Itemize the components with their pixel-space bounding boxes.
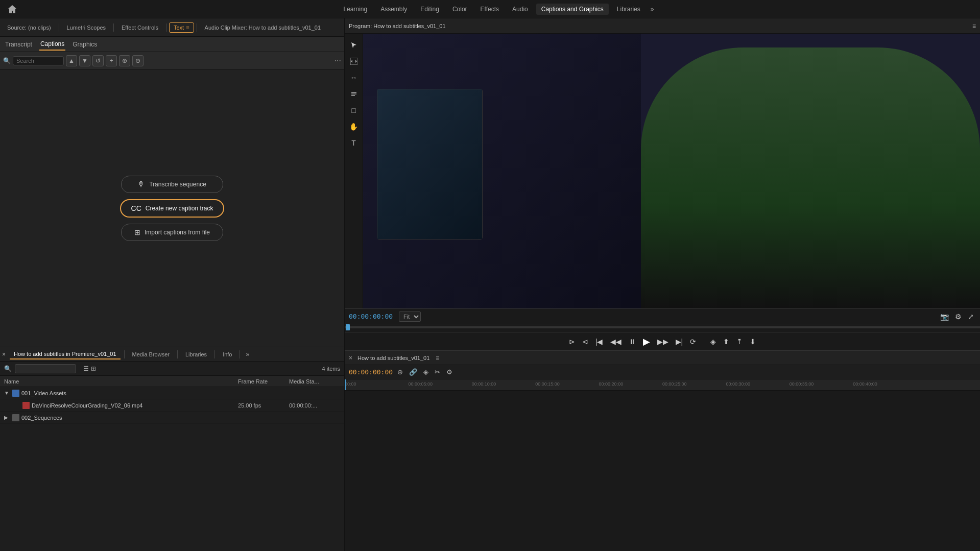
toolbar-add-btn[interactable]: + [106, 55, 117, 66]
project-tab-libraries[interactable]: Libraries [181, 350, 211, 359]
tool-hand[interactable]: ✋ [347, 119, 361, 134]
monitor-menu-icon[interactable]: ≡ [972, 22, 976, 30]
project-tab-media-browser[interactable]: Media Browser [128, 350, 174, 359]
video-screen-inner [377, 89, 482, 239]
tab-audio-clip-mixer[interactable]: Audio Clip Mixer: How to add subtitles_v… [200, 22, 326, 33]
proj-sep-1 [124, 350, 125, 358]
project-columns: Name Frame Rate Media Sta... [0, 376, 344, 387]
timeline-playhead[interactable] [345, 379, 346, 390]
timeline-header: × How to add subtitles_v01_01 ≡ [345, 351, 980, 365]
btn-goto-in[interactable]: |◀ [593, 336, 605, 348]
monitor-timecode[interactable]: 00:00:00:00 [349, 313, 393, 320]
expand-icon-1[interactable]: ▼ [4, 390, 12, 396]
timeline-close-icon[interactable]: × [349, 354, 352, 362]
btn-step-fwd[interactable]: ▶▶ [655, 336, 671, 348]
project-search-icon: 🔍 [4, 365, 12, 372]
tl-btn-magnet[interactable]: ⊕ [396, 367, 404, 377]
sub-tab-transcript[interactable]: Transcript [4, 39, 33, 50]
btn-play[interactable]: ▶ [641, 334, 652, 349]
toolbar-merge-btn[interactable]: ⊖ [132, 55, 144, 66]
fullscreen-icon[interactable]: ⤢ [966, 310, 976, 323]
btn-extract[interactable]: ⤒ [734, 336, 745, 348]
project-tabs-more-icon[interactable]: » [244, 349, 251, 360]
workspace-effects[interactable]: Effects [475, 4, 504, 15]
timeline-timecode[interactable]: 00:00:00:00 [349, 368, 393, 376]
transcribe-label: Transcribe sequence [149, 181, 206, 188]
row-label-video-assets: 001_Video Assets [21, 390, 238, 396]
transcribe-icon: 🎙 [138, 180, 145, 188]
btn-lift[interactable]: ⬆ [721, 336, 731, 348]
project-icon-list[interactable]: ☰ [83, 365, 89, 372]
ruler-mark-5: 00:00:25:00 [662, 381, 687, 387]
project-search-input[interactable] [15, 364, 76, 373]
toolbar-down-btn[interactable]: ▼ [79, 55, 90, 66]
transcribe-sequence-btn[interactable]: 🎙 Transcribe sequence [121, 176, 223, 193]
text-tab-menu-icon[interactable]: ≡ [186, 25, 189, 31]
project-icon-grid[interactable]: ⊞ [91, 365, 96, 372]
col-header-name[interactable]: Name [4, 378, 238, 385]
project-tab-project[interactable]: How to add subtitles in Premiere_v01_01 [10, 349, 121, 360]
project-tab-info[interactable]: Info [219, 350, 236, 359]
btn-mark-in[interactable]: ⊳ [567, 336, 577, 348]
tl-btn-linked[interactable]: 🔗 [408, 367, 419, 377]
tool-rotate[interactable] [347, 87, 361, 101]
tool-select-box[interactable]: □ [347, 103, 361, 117]
project-row-video-file[interactable]: DaVinciResolveColourGrading_V02_06.mp4 2… [0, 399, 344, 412]
settings-icon[interactable]: ⚙ [953, 310, 964, 323]
create-caption-track-btn[interactable]: CC Create new caption track [120, 199, 225, 218]
tool-selection[interactable] [347, 38, 361, 52]
btn-export[interactable]: ⬇ [748, 336, 758, 348]
workspace-more-icon[interactable]: » [649, 4, 656, 15]
ruler-mark-0: 00:00 [345, 381, 356, 387]
import-captions-label: Import captions from file [145, 229, 210, 236]
scrubber-playhead[interactable] [346, 324, 350, 330]
workspace-learning[interactable]: Learning [338, 4, 372, 15]
tool-move[interactable] [347, 54, 361, 68]
folder-icon-sequences [12, 414, 19, 421]
import-captions-btn[interactable]: ⊞ Import captions from file [121, 224, 223, 241]
project-row-sequences[interactable]: ▶ 002_Sequences [0, 412, 344, 424]
monitor-header: Program: How to add subtitles_v01_01 ≡ [345, 18, 980, 34]
expand-icon-3[interactable]: ▶ [4, 415, 12, 420]
toolbar-up-btn[interactable]: ▲ [66, 55, 77, 66]
project-close-icon[interactable]: × [2, 351, 6, 358]
timeline-ruler[interactable]: 00:00 00:00:05:00 00:00:10:00 00:00:15:0… [345, 379, 980, 391]
btn-stop[interactable]: ⏸ [627, 336, 638, 348]
btn-mark-out[interactable]: ⊲ [580, 336, 590, 348]
workspace-editing[interactable]: Editing [415, 4, 444, 15]
sub-tab-captions[interactable]: Captions [39, 38, 65, 51]
toolbar-refresh-btn[interactable]: ↺ [92, 55, 104, 66]
tab-source[interactable]: Source: (no clips) [2, 22, 56, 33]
workspace-assembly[interactable]: Assembly [375, 4, 412, 15]
tab-effect-controls[interactable]: Effect Controls [116, 22, 163, 33]
workspace-audio[interactable]: Audio [507, 4, 533, 15]
tl-btn-settings[interactable]: ⚙ [445, 367, 454, 377]
project-row-video-assets[interactable]: ▼ 001_Video Assets [0, 387, 344, 399]
fit-dropdown[interactable]: Fit [399, 312, 421, 322]
workspace-libraries[interactable]: Libraries [612, 4, 646, 15]
workspace-captions-graphics[interactable]: Captions and Graphics [536, 4, 609, 15]
tool-type[interactable]: T [347, 136, 361, 150]
btn-step-back[interactable]: ◀◀ [608, 336, 624, 348]
captions-search-input[interactable] [13, 56, 64, 65]
timeline-menu-icon[interactable]: ≡ [436, 354, 439, 362]
tl-btn-markers[interactable]: ◈ [422, 367, 430, 377]
btn-add-marker[interactable]: ◈ [708, 336, 718, 348]
workspace-color[interactable]: Color [447, 4, 472, 15]
toolbar-split-btn[interactable]: ⊕ [119, 55, 130, 66]
nav-left [5, 2, 19, 16]
col-header-framerate[interactable]: Frame Rate [238, 378, 289, 385]
tl-btn-razor[interactable]: ✂ [433, 367, 442, 377]
col-header-mediastat[interactable]: Media Sta... [289, 378, 340, 385]
toolbar-more-btn[interactable]: ··· [334, 56, 341, 65]
row-framerate-2: 25.00 fps [238, 402, 289, 409]
btn-goto-out[interactable]: ▶| [674, 336, 685, 348]
tool-ripple[interactable]: ↔ [347, 70, 361, 85]
sub-tab-graphics[interactable]: Graphics [71, 39, 98, 50]
tab-text[interactable]: Text ≡ [169, 22, 194, 33]
tab-lumetri[interactable]: Lumetri Scopes [62, 22, 111, 33]
export-frame-icon[interactable]: 📷 [938, 310, 951, 323]
home-button[interactable] [5, 2, 19, 16]
btn-loop[interactable]: ⟳ [688, 336, 698, 348]
monitor-scrubber[interactable] [345, 324, 980, 332]
